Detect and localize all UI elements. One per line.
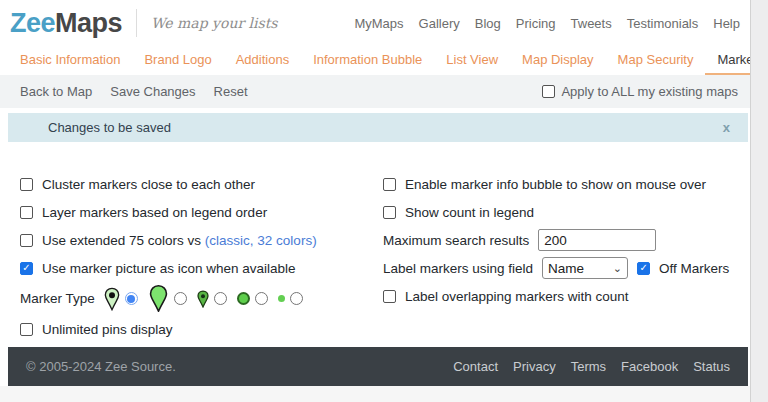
setting-layer: ✓ Layer markers based on legend order	[20, 198, 383, 226]
info-bubble-label: Enable marker info bubble to show on mou…	[405, 177, 706, 192]
setting-label-field: Label markers using field Name ⌄ ✓ Off M…	[383, 254, 750, 282]
menu-item-help[interactable]: Help	[713, 16, 740, 31]
show-count-checkbox[interactable]: ✓	[383, 206, 396, 219]
logo-part2: Maps	[55, 8, 122, 38]
off-markers-checkbox[interactable]: ✓	[637, 262, 650, 275]
extended-colors-label: Use extended 75 colors vs (classic, 32 c…	[42, 233, 317, 248]
settings-column-right: ✓ Enable marker info bubble to show on m…	[383, 170, 750, 343]
marker-picture-checkbox[interactable]: ✓	[20, 262, 33, 275]
marker-radio-pin-small[interactable]	[125, 292, 138, 305]
unlimited-pins-checkbox[interactable]: ✓	[20, 323, 33, 336]
tab-list-view[interactable]: List View	[434, 52, 510, 75]
footer-link-privacy[interactable]: Privacy	[513, 359, 556, 374]
setting-cluster: ✓ Cluster markers close to each other	[20, 170, 383, 198]
marker-option-pin-mini	[197, 290, 227, 308]
menu-item-tweets[interactable]: Tweets	[571, 16, 612, 31]
extended-colors-text: Use extended 75 colors vs	[42, 233, 205, 248]
logo-divider	[136, 9, 137, 37]
setting-show-count: ✓ Show count in legend	[383, 198, 750, 226]
setting-info-bubble: ✓ Enable marker info bubble to show on m…	[383, 170, 750, 198]
tab-brand-logo[interactable]: Brand Logo	[132, 52, 223, 75]
marker-radio-pin-mini[interactable]	[214, 292, 227, 305]
settings-panel: ✓ Cluster markers close to each other ✓ …	[0, 142, 750, 343]
save-changes-button[interactable]: Save Changes	[110, 84, 195, 99]
marker-option-pin-large	[148, 285, 187, 312]
info-bubble-checkbox[interactable]: ✓	[383, 178, 396, 191]
footer: © 2005-2024 Zee Source. Contact Privacy …	[8, 347, 748, 386]
extended-colors-checkbox[interactable]: ✓	[20, 234, 33, 247]
setting-marker-type: Marker Type	[20, 282, 383, 315]
overlap-count-checkbox[interactable]: ✓	[383, 290, 396, 303]
checkmark-icon: ✓	[22, 263, 30, 273]
classic-colors-link[interactable]: (classic, 32 colors)	[205, 233, 317, 248]
reset-button[interactable]: Reset	[214, 84, 248, 99]
off-markers-label: Off Markers	[659, 261, 729, 276]
label-field-selected-value: Name	[548, 261, 584, 276]
chevron-down-icon: ⌄	[613, 262, 622, 275]
menu-item-gallery[interactable]: Gallery	[419, 16, 460, 31]
notification-banner: Changes to be saved x	[8, 113, 748, 142]
tab-map-security[interactable]: Map Security	[606, 52, 706, 75]
tab-basic-information[interactable]: Basic Information	[8, 52, 132, 75]
tab-information-bubble[interactable]: Information Bubble	[301, 52, 434, 75]
setting-unlimited-pins: ✓ Unlimited pins display	[20, 315, 383, 343]
marker-pin-large-icon	[148, 285, 169, 312]
marker-radio-circle[interactable]	[255, 292, 268, 305]
setting-overlap-count: ✓ Label overlapping markers with count	[383, 282, 750, 310]
tab-additions[interactable]: Additions	[224, 52, 301, 75]
menu-item-blog[interactable]: Blog	[475, 16, 501, 31]
setting-extended-colors: ✓ Use extended 75 colors vs (classic, 32…	[20, 226, 383, 254]
page: ZeeMaps We map your lists MyMaps Gallery…	[0, 0, 750, 402]
checkmark-icon: ✓	[639, 263, 647, 273]
settings-column-left: ✓ Cluster markers close to each other ✓ …	[20, 170, 383, 343]
layer-label: Layer markers based on legend order	[42, 205, 267, 220]
label-field-select[interactable]: Name ⌄	[542, 257, 628, 279]
page-bottom-strip	[0, 386, 750, 402]
tab-bar: Basic Information Brand Logo Additions I…	[0, 46, 750, 75]
tab-map-display[interactable]: Map Display	[510, 52, 606, 75]
marker-radio-dot[interactable]	[290, 292, 303, 305]
marker-pin-small-icon	[104, 287, 120, 311]
toolbar: Back to Map Save Changes Reset ✓ Apply t…	[0, 75, 750, 108]
layer-checkbox[interactable]: ✓	[20, 206, 33, 219]
logo-part1: Zee	[10, 8, 55, 38]
unlimited-pins-label: Unlimited pins display	[42, 322, 173, 337]
logo[interactable]: ZeeMaps	[10, 8, 122, 39]
cluster-label: Cluster markers close to each other	[42, 177, 255, 192]
overlap-count-label: Label overlapping markers with count	[405, 289, 629, 304]
close-icon[interactable]: x	[723, 120, 730, 135]
max-results-input[interactable]	[538, 229, 656, 251]
marker-picture-label: Use marker picture as icon when availabl…	[42, 261, 296, 276]
menu-item-pricing[interactable]: Pricing	[516, 16, 556, 31]
notification-message: Changes to be saved	[48, 120, 171, 135]
marker-type-label: Marker Type	[20, 291, 95, 306]
footer-copyright: © 2005-2024 Zee Source.	[26, 359, 176, 374]
footer-link-terms[interactable]: Terms	[571, 359, 606, 374]
show-count-label: Show count in legend	[405, 205, 534, 220]
marker-dot-icon	[278, 295, 285, 302]
marker-option-pin-small	[104, 287, 138, 311]
tagline: We map your lists	[151, 15, 277, 31]
footer-link-contact[interactable]: Contact	[453, 359, 498, 374]
marker-circle-icon	[237, 292, 250, 305]
marker-radio-pin-large[interactable]	[174, 292, 187, 305]
top-menu: MyMaps Gallery Blog Pricing Tweets Testi…	[354, 16, 750, 31]
cluster-checkbox[interactable]: ✓	[20, 178, 33, 191]
menu-item-testimonials[interactable]: Testimonials	[627, 16, 699, 31]
menu-item-mymaps[interactable]: MyMaps	[354, 16, 403, 31]
footer-links: Contact Privacy Terms Facebook Status	[453, 359, 730, 374]
max-results-label: Maximum search results	[383, 233, 529, 248]
back-to-map-button[interactable]: Back to Map	[20, 84, 92, 99]
marker-type-options	[104, 285, 307, 312]
scrollbar-track[interactable]	[750, 0, 768, 402]
footer-link-facebook[interactable]: Facebook	[621, 359, 678, 374]
marker-option-dot	[278, 292, 303, 305]
label-field-label: Label markers using field	[383, 261, 533, 276]
setting-marker-picture: ✓ Use marker picture as icon when availa…	[20, 254, 383, 282]
marker-pin-mini-icon	[197, 290, 209, 308]
marker-option-circle	[237, 292, 268, 305]
footer-link-status[interactable]: Status	[693, 359, 730, 374]
apply-all-label: Apply to ALL my existing maps	[561, 84, 738, 99]
header: ZeeMaps We map your lists MyMaps Gallery…	[0, 0, 750, 46]
apply-all-checkbox[interactable]: ✓	[542, 85, 555, 98]
